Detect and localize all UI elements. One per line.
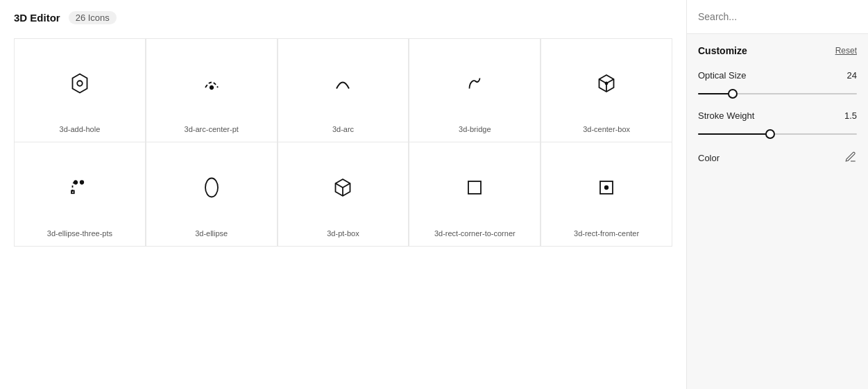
stroke-weight-value: 1.5 (844, 110, 857, 121)
icon-cell-3d-add-hole[interactable]: 3d-add-hole (14, 38, 146, 142)
customize-header: Customize Reset (698, 45, 857, 56)
icon-graphic-3d-rect-from-center (547, 154, 666, 221)
icons-grid: 3d-add-hole 3d-arc-center-pt 3d-arc (14, 38, 672, 247)
svg-rect-3 (71, 190, 74, 193)
icon-cell-3d-arc[interactable]: 3d-arc (278, 38, 409, 142)
color-picker-icon[interactable] (844, 151, 857, 165)
stroke-weight-control: Stroke Weight 1.5 (698, 110, 857, 137)
svg-point-2 (606, 83, 608, 85)
icon-graphic-3d-pt-box (284, 154, 403, 221)
icon-label-3d-add-hole: 3d-add-hole (60, 125, 101, 133)
search-area (687, 0, 868, 34)
customize-panel: Customize Reset Optical Size 24 Stroke W… (687, 34, 868, 389)
icon-count-badge: 26 Icons (69, 11, 117, 24)
icon-label-3d-center-box: 3d-center-box (583, 125, 630, 133)
icon-label-3d-bridge: 3d-bridge (459, 125, 491, 133)
right-panel: Customize Reset Optical Size 24 Stroke W… (686, 0, 868, 389)
optical-size-slider[interactable] (698, 93, 857, 94)
svg-point-5 (80, 181, 84, 184)
page-title: 3D Editor (14, 12, 60, 24)
icon-cell-3d-center-box[interactable]: 3d-center-box (541, 38, 672, 142)
icon-graphic-3d-arc-center-pt (152, 50, 271, 117)
icon-graphic-3d-ellipse-three-pts (20, 154, 139, 221)
svg-rect-7 (468, 181, 481, 194)
icon-graphic-3d-bridge (415, 50, 534, 117)
svg-point-1 (210, 86, 213, 90)
main-panel: 3D Editor 26 Icons 3d-add-hole (0, 0, 686, 389)
icon-cell-3d-rect-corner-to-corner[interactable]: 3d-rect-corner-to-corner (409, 142, 541, 247)
icon-graphic-3d-arc (284, 50, 403, 117)
icon-cell-3d-ellipse[interactable]: 3d-ellipse (146, 142, 278, 247)
search-input[interactable] (698, 11, 857, 22)
icon-label-3d-arc: 3d-arc (332, 125, 354, 133)
icon-label-3d-ellipse: 3d-ellipse (195, 229, 228, 238)
icon-cell-3d-bridge[interactable]: 3d-bridge (409, 38, 541, 142)
icon-graphic-3d-rect-corner-to-corner (415, 154, 534, 221)
icon-cell-3d-rect-from-center[interactable]: 3d-rect-from-center (541, 142, 672, 247)
reset-button[interactable]: Reset (835, 46, 857, 56)
icon-cell-3d-arc-center-pt[interactable]: 3d-arc-center-pt (146, 38, 278, 142)
svg-point-0 (77, 81, 83, 86)
color-label: Color (698, 153, 720, 163)
stroke-weight-slider[interactable] (698, 133, 857, 135)
optical-size-label-row: Optical Size 24 (698, 70, 857, 81)
optical-size-control: Optical Size 24 (698, 70, 857, 97)
optical-size-value: 24 (847, 70, 857, 81)
icon-cell-3d-pt-box[interactable]: 3d-pt-box (278, 142, 409, 247)
icon-graphic-3d-ellipse (152, 154, 271, 221)
stroke-weight-label: Stroke Weight (698, 110, 754, 121)
stroke-weight-label-row: Stroke Weight 1.5 (698, 110, 857, 121)
icon-label-3d-rect-corner-to-corner: 3d-rect-corner-to-corner (434, 229, 516, 238)
icon-label-3d-arc-center-pt: 3d-arc-center-pt (185, 125, 239, 133)
svg-point-6 (205, 178, 218, 197)
svg-point-4 (74, 181, 78, 184)
icon-graphic-3d-add-hole (20, 50, 139, 117)
optical-size-label: Optical Size (698, 70, 746, 81)
icon-label-3d-rect-from-center: 3d-rect-from-center (574, 229, 639, 238)
icon-cell-3d-ellipse-three-pts[interactable]: 3d-ellipse-three-pts (14, 142, 146, 247)
page-header: 3D Editor 26 Icons (14, 11, 672, 24)
svg-point-9 (605, 185, 609, 189)
icon-label-3d-pt-box: 3d-pt-box (327, 229, 359, 238)
icon-label-3d-ellipse-three-pts: 3d-ellipse-three-pts (47, 229, 112, 238)
color-control: Color (698, 151, 857, 165)
customize-title: Customize (698, 45, 747, 56)
icon-graphic-3d-center-box (547, 50, 666, 117)
